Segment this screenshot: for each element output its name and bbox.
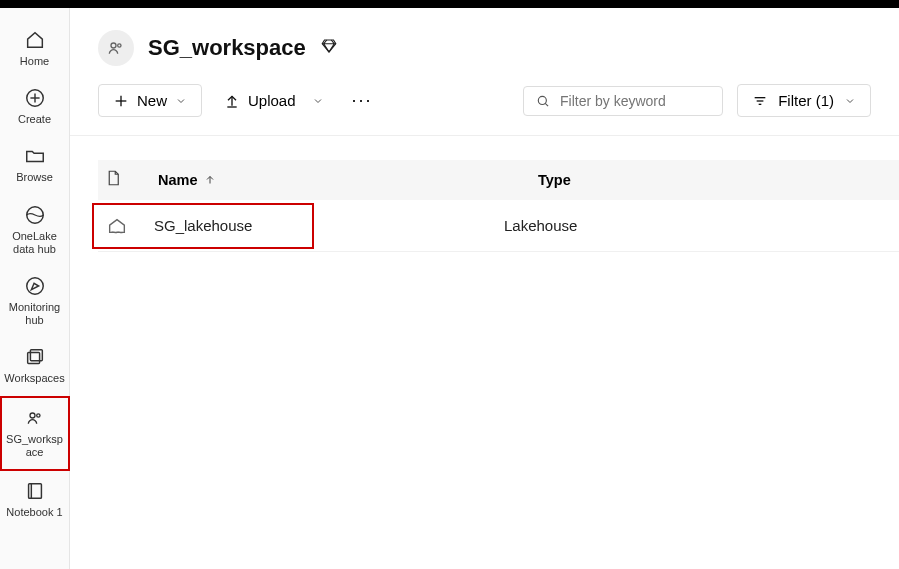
svg-point-7	[30, 413, 35, 418]
compass-icon	[23, 274, 47, 298]
nav-create-label: Create	[18, 113, 51, 126]
onelake-icon	[23, 203, 47, 227]
nav-home-label: Home	[20, 55, 49, 68]
workspace-avatar	[98, 30, 134, 66]
nav-monitoring-label: Monitoring hub	[2, 301, 68, 327]
nav-browse-label: Browse	[16, 171, 53, 184]
search-box[interactable]	[523, 86, 723, 116]
lakehouse-icon	[100, 215, 154, 237]
file-icon	[104, 169, 122, 187]
workspace-header: SG_workspace	[70, 8, 899, 74]
column-type-header[interactable]: Type	[538, 172, 899, 188]
filter-button-label: Filter (1)	[778, 92, 834, 109]
svg-point-11	[111, 43, 116, 48]
main-content: SG_workspace New Upload ···	[70, 8, 899, 569]
new-button-label: New	[137, 92, 167, 109]
column-icon-header	[98, 169, 158, 191]
svg-line-18	[545, 103, 548, 106]
nav-home[interactable]: Home	[0, 20, 70, 78]
upload-button[interactable]: Upload	[216, 85, 332, 116]
nav-workspaces-label: Workspaces	[4, 372, 64, 385]
svg-point-8	[36, 413, 39, 416]
row-name-highlight: SG_lakehouse	[92, 203, 314, 249]
nav-current-workspace-label: SG_workspace	[4, 433, 66, 459]
home-icon	[23, 28, 47, 52]
more-actions-button[interactable]: ···	[346, 86, 379, 115]
table-row[interactable]: SG_lakehouse Lakehouse	[98, 200, 899, 252]
svg-rect-5	[27, 353, 39, 364]
workspace-title: SG_workspace	[148, 35, 306, 61]
diamond-icon	[320, 37, 338, 59]
sort-asc-icon	[204, 174, 216, 186]
notebook-icon	[23, 479, 47, 503]
plus-circle-icon	[23, 86, 47, 110]
svg-point-12	[118, 44, 121, 47]
workspaces-icon	[23, 345, 47, 369]
top-app-bar	[0, 0, 899, 8]
folder-icon	[23, 144, 47, 168]
table-header-row: Name Type	[98, 160, 899, 200]
nav-browse[interactable]: Browse	[0, 136, 70, 194]
nav-onelake[interactable]: OneLake data hub	[0, 195, 70, 266]
search-icon	[536, 93, 550, 109]
search-input[interactable]	[560, 93, 710, 109]
nav-current-workspace[interactable]: SG_workspace	[0, 396, 70, 471]
upload-icon	[224, 93, 240, 109]
workspace-toolbar: New Upload ··· Filter (1)	[70, 74, 899, 136]
nav-monitoring[interactable]: Monitoring hub	[0, 266, 70, 337]
row-type: Lakehouse	[504, 217, 899, 234]
items-table: Name Type SG_lakehouse Lakehouse	[70, 136, 899, 252]
upload-button-label: Upload	[248, 92, 296, 109]
svg-rect-9	[28, 484, 41, 499]
svg-point-17	[538, 96, 546, 104]
people-icon	[23, 406, 47, 430]
svg-rect-6	[30, 350, 42, 361]
nav-workspaces[interactable]: Workspaces	[0, 337, 70, 395]
chevron-down-icon	[175, 95, 187, 107]
left-nav-sidebar: Home Create Browse OneLake data hub Moni…	[0, 8, 70, 569]
filter-button[interactable]: Filter (1)	[737, 84, 871, 117]
chevron-down-icon	[312, 95, 324, 107]
row-name: SG_lakehouse	[154, 217, 284, 234]
new-button[interactable]: New	[98, 84, 202, 117]
nav-create[interactable]: Create	[0, 78, 70, 136]
nav-notebook[interactable]: Notebook 1	[0, 471, 70, 529]
plus-icon	[113, 93, 129, 109]
nav-onelake-label: OneLake data hub	[2, 230, 68, 256]
column-name-header[interactable]: Name	[158, 172, 538, 188]
filter-icon	[752, 93, 768, 109]
chevron-down-icon	[844, 95, 856, 107]
svg-point-4	[26, 278, 43, 295]
nav-notebook-label: Notebook 1	[6, 506, 62, 519]
